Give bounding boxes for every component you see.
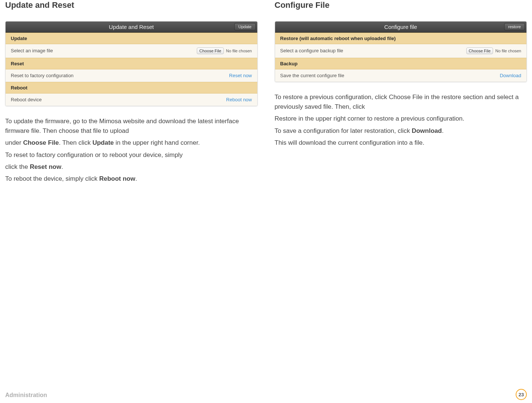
paragraph: To update the firmware, go to the Mimosa… <box>5 117 258 136</box>
bold-text: Reboot now <box>99 175 135 182</box>
text: . <box>442 127 444 134</box>
bold-text: Reset now <box>30 163 61 170</box>
right-column: Configure File Configure file restore Re… <box>275 0 527 186</box>
left-column: Update and Reset Update and Reset Update… <box>5 0 258 186</box>
text: . Then click <box>59 139 92 146</box>
paragraph: To reboot the device, simply click Reboo… <box>5 174 258 184</box>
heading-update-reset: Update and Reset <box>5 0 258 11</box>
panel-header: Configure file restore <box>275 22 527 33</box>
paragraph: To save a configuration for later restor… <box>275 126 527 136</box>
reboot-now-link[interactable]: Reboot now <box>226 97 252 102</box>
text: click the <box>5 163 30 170</box>
panel-update-reset: Update and Reset Update Update Select an… <box>5 21 258 106</box>
update-button[interactable]: Update <box>234 23 255 30</box>
panel-title: Configure file <box>275 24 527 30</box>
heading-configure-file: Configure File <box>275 0 527 11</box>
paragraph: click the Reset now. <box>5 162 258 172</box>
paragraph: under Choose File. Then click Update in … <box>5 138 258 148</box>
bold-text: Choose File <box>23 139 59 146</box>
panel-header: Update and Reset Update <box>6 22 257 33</box>
left-body-text: To update the firmware, go to the Mimosa… <box>5 117 258 184</box>
file-status: No file chosen <box>495 49 521 53</box>
reset-now-link[interactable]: Reset now <box>229 73 252 78</box>
text: . <box>135 175 137 182</box>
row-select-image: Select an image file Choose File No file… <box>6 44 257 58</box>
section-label-reboot: Reboot <box>6 82 257 94</box>
text: . <box>61 163 63 170</box>
panel-configure-file: Configure file restore Restore (will aut… <box>275 21 527 82</box>
section-label-reset: Reset <box>6 58 257 69</box>
row-factory-reset: Reset to factory configuration Reset now <box>6 69 257 82</box>
download-link[interactable]: Download <box>500 73 521 78</box>
paragraph: To restore a previous configuration, cli… <box>275 92 527 112</box>
panel-title: Update and Reset <box>6 24 257 30</box>
row-label: Reboot device <box>11 97 42 102</box>
text: To save a configuration for later restor… <box>275 127 412 134</box>
text: To reboot the device, simply click <box>5 175 99 182</box>
bold-text: Download <box>412 127 442 134</box>
restore-button[interactable]: restore <box>504 23 525 30</box>
choose-file-button[interactable]: Choose File <box>466 47 493 54</box>
row-label: Select an image file <box>11 48 53 53</box>
right-body-text: To restore a previous configuration, cli… <box>275 92 527 148</box>
text: in the upper right hand corner. <box>114 139 200 146</box>
text: under <box>5 139 23 146</box>
paragraph: Restore in the upper right corner to res… <box>275 114 527 124</box>
bold-text: Update <box>92 139 114 146</box>
file-status: No file chosen <box>226 49 252 53</box>
row-label: Save the current configure file <box>280 73 345 78</box>
page-number-badge: 23 <box>516 389 527 400</box>
row-select-backup: Select a configure backup file Choose Fi… <box>275 44 527 58</box>
choose-file-button[interactable]: Choose File <box>197 47 224 54</box>
section-label-restore: Restore (will automatic reboot when uplo… <box>275 33 527 44</box>
footer-section-label: Administration <box>5 392 47 399</box>
section-label-backup: Backup <box>275 58 527 69</box>
row-label: Reset to factory configuration <box>11 73 74 78</box>
paragraph: This will download the current configura… <box>275 138 527 148</box>
row-label: Select a configure backup file <box>280 48 343 53</box>
paragraph: To reset to factory configuration or to … <box>5 150 258 160</box>
row-reboot: Reboot device Reboot now <box>6 94 257 106</box>
section-label-update: Update <box>6 33 257 44</box>
row-save-config: Save the current configure file Download <box>275 69 527 82</box>
